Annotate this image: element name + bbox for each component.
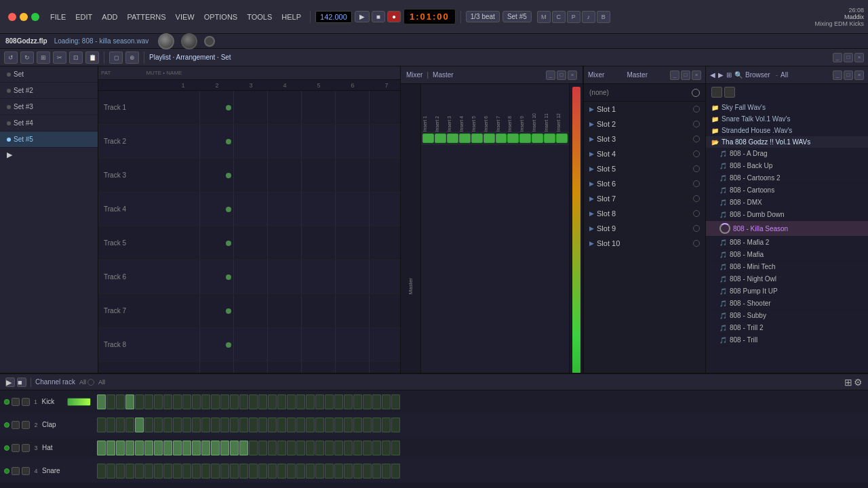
set-item-1[interactable]: Set <box>0 66 98 83</box>
ch-btn-4[interactable] <box>459 134 471 143</box>
set-item-2[interactable]: Set #2 <box>0 83 98 99</box>
slots-win-min[interactable]: _ <box>670 70 679 80</box>
hat-pad-6[interactable] <box>144 441 153 455</box>
slots-win-max[interactable]: □ <box>681 70 690 80</box>
snare-pad-2[interactable] <box>106 464 115 479</box>
browser-item-16[interactable]: 🎵 808 - Trill <box>706 334 868 346</box>
clap-pad-3[interactable] <box>116 418 125 432</box>
rack-play-btn[interactable]: ▶ <box>5 378 15 387</box>
browser-item-8[interactable]: 🎵 808 - Mafia 2 <box>706 237 868 249</box>
kick-pad-29[interactable] <box>363 394 372 409</box>
play-btn[interactable]: ▶ <box>355 11 370 22</box>
clap-pad-12[interactable] <box>201 418 210 432</box>
kick-pad-28[interactable] <box>353 394 362 409</box>
slot-item-1[interactable]: ▶ Slot 1 <box>584 102 705 117</box>
hat-pad-30[interactable] <box>372 441 381 455</box>
window-min[interactable]: _ <box>833 53 842 62</box>
play-btn-sidebar[interactable]: ▶ <box>0 148 98 162</box>
kick-solo-btn[interactable] <box>22 398 30 406</box>
kick-pad-1[interactable] <box>97 394 106 409</box>
kick-pad-21[interactable] <box>287 394 296 409</box>
browser-prev-icon[interactable]: ◀ <box>710 71 715 79</box>
browser-folder-4[interactable]: 📂 Tha 808 Godzz !! Vol.1 WAVs <box>706 136 868 148</box>
ch-btn-8[interactable] <box>507 134 519 143</box>
menu-file[interactable]: FILE <box>46 12 70 22</box>
snare-pad-30[interactable] <box>372 464 381 479</box>
browser-item-5[interactable]: 🎵 808 - DMX <box>706 197 868 209</box>
hat-pad-4[interactable] <box>125 441 134 455</box>
kick-mute-btn[interactable] <box>12 398 20 406</box>
browser-next-icon[interactable]: ▶ <box>718 71 724 79</box>
browser-search-icon[interactable]: 🔍 <box>734 71 743 79</box>
set-item-4[interactable]: Set #4 <box>0 115 98 131</box>
snare-pad-9[interactable] <box>173 464 182 479</box>
hat-pad-22[interactable] <box>296 441 305 455</box>
hat-pad-10[interactable] <box>182 441 191 455</box>
clap-pad-4[interactable] <box>125 418 134 432</box>
kick-pad-17[interactable] <box>249 394 258 409</box>
kick-pad-32[interactable] <box>391 394 400 409</box>
clap-pad-10[interactable] <box>182 418 191 432</box>
ch-btn-6[interactable] <box>484 134 495 143</box>
browser-folder-3[interactable]: 📁 Stranded House .Wav's <box>706 125 868 136</box>
hat-pad-12[interactable] <box>201 441 210 455</box>
hat-pad-13[interactable] <box>211 441 220 455</box>
browser-item-9[interactable]: 🎵 808 - Mafia <box>706 249 868 261</box>
browser-item-12[interactable]: 🎵 808 Pump It UP <box>706 285 868 298</box>
browser-home-icon[interactable]: ⊞ <box>726 71 732 79</box>
hat-pad-27[interactable] <box>344 441 353 455</box>
snare-pad-27[interactable] <box>344 464 353 479</box>
browser-item-7[interactable]: 808 - Killa Season <box>706 221 868 237</box>
kick-pad-14[interactable] <box>220 394 229 409</box>
browser-item-4[interactable]: 🎵 808 - Cartoons <box>706 184 868 197</box>
clap-mute-btn[interactable] <box>12 421 20 429</box>
kick-pad-27[interactable] <box>344 394 353 409</box>
hat-pad-7[interactable] <box>154 441 163 455</box>
hat-pad-9[interactable] <box>173 441 182 455</box>
piano-roll-icon[interactable]: ♪ <box>582 11 595 23</box>
menu-tools[interactable]: TOOLS <box>243 12 276 22</box>
snare-pad-24[interactable] <box>315 464 324 479</box>
slot-item-10[interactable]: ▶ Slot 10 <box>584 236 705 251</box>
clap-pad-24[interactable] <box>315 418 324 432</box>
snare-pad-26[interactable] <box>334 464 343 479</box>
clap-pad-18[interactable] <box>258 418 267 432</box>
browser-item-2[interactable]: 🎵 808 - Back Up <box>706 160 868 172</box>
hat-pad-25[interactable] <box>325 441 334 455</box>
snare-pad-15[interactable] <box>230 464 239 479</box>
ch-btn-7[interactable] <box>496 134 507 143</box>
kick-pad-30[interactable] <box>372 394 381 409</box>
clap-pad-20[interactable] <box>277 418 286 432</box>
hat-pad-21[interactable] <box>287 441 296 455</box>
kick-fader[interactable] <box>67 398 91 406</box>
clap-pad-11[interactable] <box>192 418 201 432</box>
snare-pad-22[interactable] <box>296 464 305 479</box>
snare-pad-10[interactable] <box>182 464 191 479</box>
slot-item-4[interactable]: ▶ Slot 4 <box>584 146 705 161</box>
snare-pad-3[interactable] <box>116 464 125 479</box>
snare-pad-12[interactable] <box>201 464 210 479</box>
mixer-win-min[interactable]: _ <box>546 70 555 80</box>
mixer-icon[interactable]: M <box>537 11 551 23</box>
ch-btn-1[interactable] <box>422 134 434 143</box>
hat-pad-17[interactable] <box>249 441 258 455</box>
browser-win-max[interactable]: □ <box>844 70 853 80</box>
close-btn[interactable] <box>8 13 16 21</box>
snare-pad-11[interactable] <box>192 464 201 479</box>
menu-edit[interactable]: EDIT <box>71 12 96 22</box>
none-selector[interactable]: (none) <box>584 84 705 102</box>
slots-win-close[interactable]: × <box>692 70 701 80</box>
menu-options[interactable]: OPTIONS <box>200 12 242 22</box>
snare-pad-4[interactable] <box>125 464 134 479</box>
pan-knob[interactable] <box>181 33 197 49</box>
snare-pad-28[interactable] <box>353 464 362 479</box>
undo-icon[interactable]: ↺ <box>4 52 18 64</box>
browser-file-btn[interactable] <box>724 87 735 98</box>
volume-knob[interactable] <box>158 33 174 49</box>
hat-pad-15[interactable] <box>230 441 239 455</box>
hat-pad-8[interactable] <box>163 441 172 455</box>
snare-pad-1[interactable] <box>97 464 106 479</box>
snare-pad-5[interactable] <box>135 464 144 479</box>
bpm-display[interactable]: 142.000 <box>315 11 352 23</box>
hat-pad-23[interactable] <box>306 441 315 455</box>
